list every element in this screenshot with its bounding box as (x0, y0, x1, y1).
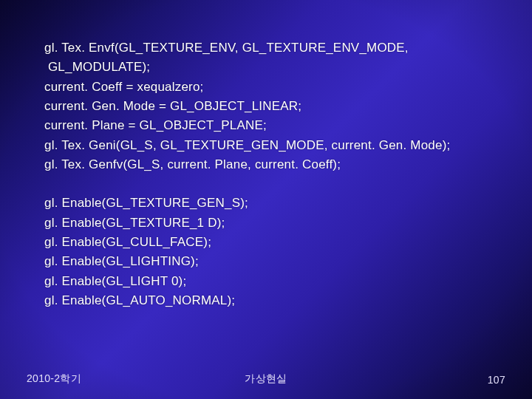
code-line: gl. Enable(GL_AUTO_NORMAL); (44, 291, 502, 310)
code-line: current. Coeff = xequalzero; (44, 78, 502, 97)
code-line: gl. Tex. Geni(GL_S, GL_TEXTURE_GEN_MODE,… (44, 136, 502, 155)
footer-course: 가상현실 (0, 372, 532, 386)
code-line: gl. Enable(GL_LIGHTING); (44, 252, 502, 271)
code-line: current. Gen. Mode = GL_OBJECT_LINEAR; (44, 97, 502, 116)
code-line: current. Plane = GL_OBJECT_PLANE; (44, 116, 502, 135)
code-line: gl. Tex. Envf(GL_TEXTURE_ENV, GL_TEXTURE… (44, 38, 502, 58)
code-line: GL_MODULATE); (44, 58, 502, 77)
footer-page-number: 107 (488, 374, 505, 386)
slide: gl. Tex. Envf(GL_TEXTURE_ENV, GL_TEXTURE… (0, 0, 532, 399)
code-line: gl. Enable(GL_LIGHT 0); (44, 272, 502, 291)
code-content: gl. Tex. Envf(GL_TEXTURE_ENV, GL_TEXTURE… (44, 38, 502, 310)
code-line: gl. Enable(GL_TEXTURE_GEN_S); (44, 194, 502, 213)
code-line: gl. Tex. Genfv(GL_S, current. Plane, cur… (44, 155, 502, 174)
code-line: gl. Enable(GL_TEXTURE_1 D); (44, 214, 502, 233)
code-line: gl. Enable(GL_CULL_FACE); (44, 233, 502, 252)
blank-line (44, 174, 502, 194)
